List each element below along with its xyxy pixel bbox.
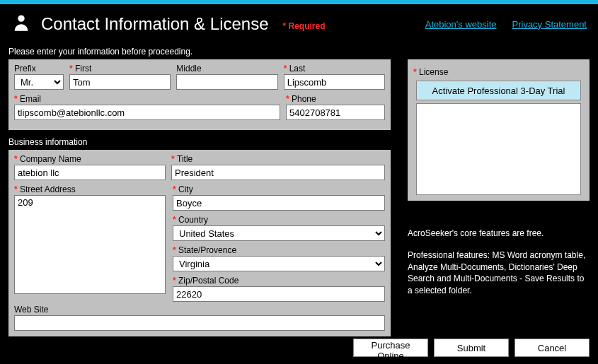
country-label: Country xyxy=(173,215,385,225)
zip-label: Zip/Postal Code xyxy=(173,276,385,286)
phone-input[interactable] xyxy=(286,105,385,120)
page-title: Contact Information & License xyxy=(41,14,269,34)
prefix-label: Prefix xyxy=(14,64,64,74)
street-input[interactable]: 209 xyxy=(14,195,166,294)
middle-input[interactable] xyxy=(176,74,277,90)
license-text-area[interactable] xyxy=(416,103,581,195)
company-input[interactable] xyxy=(14,165,166,180)
title-label: Title xyxy=(171,154,385,164)
zip-input[interactable] xyxy=(173,286,385,302)
personal-panel: Prefix Mr. First Middle Last Em xyxy=(8,59,391,130)
company-label: Company Name xyxy=(14,154,166,164)
email-input[interactable] xyxy=(14,105,280,120)
link-website[interactable]: Atebion's website xyxy=(425,19,497,30)
street-label: Street Address xyxy=(14,184,166,194)
license-panel: License Activate Professional 3-Day Tria… xyxy=(408,59,590,201)
license-label: License xyxy=(413,67,448,77)
title-input[interactable] xyxy=(171,165,385,180)
link-privacy[interactable]: Privacy Statement xyxy=(512,19,587,30)
blurb-line-2: Professional features: MS Word acronym t… xyxy=(408,249,590,297)
business-panel: Company Name Title Street Address 209 xyxy=(8,150,391,336)
svg-point-0 xyxy=(18,16,24,22)
city-input[interactable] xyxy=(173,195,385,211)
activate-trial-button[interactable]: Activate Professional 3-Day Trial xyxy=(416,81,581,100)
state-label: State/Provence xyxy=(173,245,385,255)
city-label: City xyxy=(173,184,385,194)
feature-blurb: AcroSeeker's core features are free. Pro… xyxy=(408,228,590,307)
cancel-button[interactable]: Cancel xyxy=(514,339,590,357)
person-icon xyxy=(11,13,31,35)
header: Contact Information & License * Required… xyxy=(0,4,598,38)
required-note: * Required xyxy=(283,21,326,31)
first-label: First xyxy=(69,64,171,74)
website-input[interactable] xyxy=(14,315,385,331)
middle-label: Middle xyxy=(176,64,277,74)
last-input[interactable] xyxy=(284,74,385,90)
purchase-button[interactable]: Purchase Online xyxy=(353,339,428,357)
first-input[interactable] xyxy=(69,74,171,90)
website-label: Web Site xyxy=(14,305,385,315)
header-links: Atebion's website Privacy Statement xyxy=(425,19,587,30)
phone-label: Phone xyxy=(286,94,385,104)
state-select[interactable]: Virginia xyxy=(173,256,385,271)
blurb-line-1: AcroSeeker's core features are free. xyxy=(408,228,590,240)
country-select[interactable]: United States xyxy=(173,225,385,241)
last-label: Last xyxy=(284,64,385,74)
email-label: Email xyxy=(14,94,280,104)
business-section-label: Business information xyxy=(8,137,391,147)
instruction-text: Please enter your information before pro… xyxy=(0,38,598,59)
prefix-select[interactable]: Mr. xyxy=(14,74,64,90)
footer-buttons: Purchase Online Submit Cancel xyxy=(353,339,590,357)
submit-button[interactable]: Submit xyxy=(434,339,509,357)
